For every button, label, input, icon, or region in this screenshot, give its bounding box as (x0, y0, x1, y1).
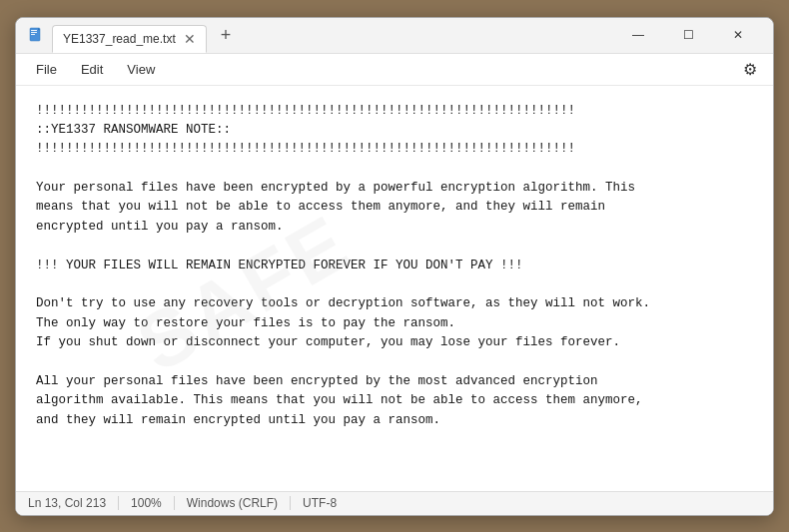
menu-file[interactable]: File (24, 58, 69, 81)
maximize-button[interactable]: ☐ (665, 21, 711, 49)
encoding: UTF-8 (291, 496, 349, 510)
svg-rect-2 (31, 32, 37, 33)
title-bar: YE1337_read_me.txt ✕ + — ☐ ✕ (16, 18, 773, 54)
status-bar: Ln 13, Col 213 100% Windows (CRLF) UTF-8 (16, 491, 773, 515)
zoom-level: 100% (119, 496, 175, 510)
line-ending: Windows (CRLF) (175, 496, 291, 510)
minimize-button[interactable]: — (615, 21, 661, 49)
tab-title: YE1337_read_me.txt (63, 32, 176, 46)
editor-content[interactable]: !!!!!!!!!!!!!!!!!!!!!!!!!!!!!!!!!!!!!!!!… (36, 102, 753, 430)
settings-icon[interactable]: ⚙ (735, 56, 765, 83)
editor-wrapper: SAFE !!!!!!!!!!!!!!!!!!!!!!!!!!!!!!!!!!!… (16, 86, 773, 491)
active-tab[interactable]: YE1337_read_me.txt ✕ (52, 25, 207, 53)
main-window: YE1337_read_me.txt ✕ + — ☐ ✕ File Edit V… (15, 17, 774, 516)
menu-view[interactable]: View (115, 58, 167, 81)
app-icon (28, 27, 44, 43)
new-tab-button[interactable]: + (215, 24, 238, 46)
svg-rect-3 (31, 34, 35, 35)
close-tab-button[interactable]: ✕ (184, 32, 196, 46)
editor-area[interactable]: !!!!!!!!!!!!!!!!!!!!!!!!!!!!!!!!!!!!!!!!… (16, 86, 773, 446)
svg-rect-1 (31, 30, 37, 31)
cursor-position: Ln 13, Col 213 (28, 496, 119, 510)
menu-bar: File Edit View ⚙ (16, 54, 773, 86)
menu-edit[interactable]: Edit (69, 58, 115, 81)
close-button[interactable]: ✕ (715, 21, 761, 49)
window-controls: — ☐ ✕ (615, 21, 761, 49)
